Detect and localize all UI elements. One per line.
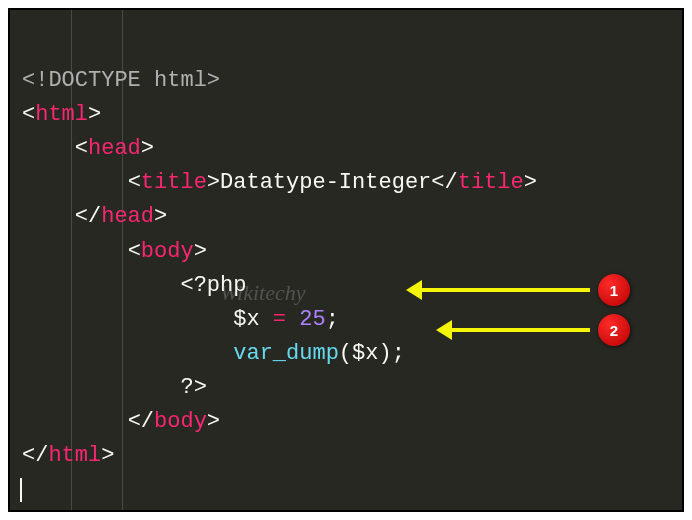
bracket: > <box>101 443 114 468</box>
bracket: </ <box>75 204 101 229</box>
annotation-2: 2 <box>450 314 630 346</box>
doctype: <!DOCTYPE html> <box>22 68 220 93</box>
bracket: > <box>207 409 220 434</box>
tag-body: body <box>141 239 194 264</box>
tag-title: title <box>141 170 207 195</box>
bracket: < <box>128 239 141 264</box>
php-open: <?php <box>180 273 246 298</box>
code-editor: <!DOCTYPE html> <html> <head> <title>Dat… <box>8 8 684 512</box>
paren: ) <box>378 341 391 366</box>
bracket: < <box>75 136 88 161</box>
title-text: Datatype-Integer <box>220 170 431 195</box>
code-block: <!DOCTYPE html> <html> <head> <title>Dat… <box>10 10 682 512</box>
arrow-icon <box>420 288 590 292</box>
bracket: > <box>207 170 220 195</box>
bracket: > <box>141 136 154 161</box>
number-25: 25 <box>299 307 325 332</box>
semicolon: ; <box>326 307 339 332</box>
arrow-icon <box>450 328 590 332</box>
bubble-2: 2 <box>598 314 630 346</box>
paren: ( <box>339 341 352 366</box>
bracket: </ <box>431 170 457 195</box>
tag-html: html <box>35 102 88 127</box>
bracket: < <box>128 170 141 195</box>
semicolon: ; <box>392 341 405 366</box>
bracket: </ <box>22 443 48 468</box>
bracket: > <box>88 102 101 127</box>
bracket: > <box>194 239 207 264</box>
annotation-1: 1 <box>420 274 630 306</box>
bracket: > <box>154 204 167 229</box>
func-var-dump: var_dump <box>233 341 339 366</box>
cursor <box>20 478 22 502</box>
variable-x: $x <box>352 341 378 366</box>
bubble-1: 1 <box>598 274 630 306</box>
tag-head: head <box>88 136 141 161</box>
equals: = <box>260 307 300 332</box>
variable-x: $x <box>233 307 259 332</box>
tag-head-close: head <box>101 204 154 229</box>
tag-html-close: html <box>48 443 101 468</box>
php-close: ?> <box>180 375 206 400</box>
bracket: < <box>22 102 35 127</box>
tag-title-close: title <box>458 170 524 195</box>
bracket: > <box>524 170 537 195</box>
tag-body-close: body <box>154 409 207 434</box>
bracket: </ <box>128 409 154 434</box>
